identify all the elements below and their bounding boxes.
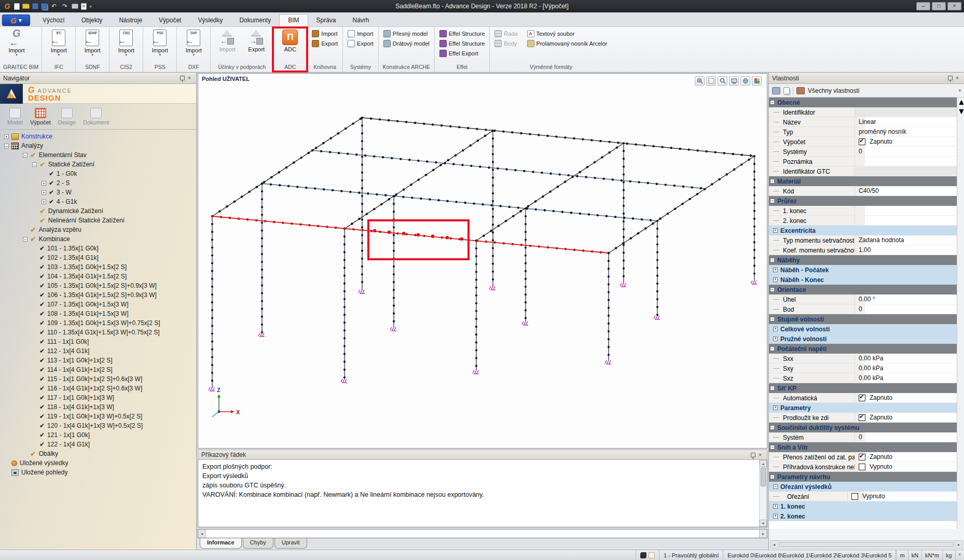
pss-import-button[interactable]: PSS← Import ▾ (145, 29, 174, 57)
tree-item[interactable]: ✔ 109 - 1.35x[1 G0k]+1.5x[3 W]+0.75x[2 S… (0, 318, 196, 328)
tree-item[interactable]: ✔ Statické Zatížení (0, 160, 196, 169)
property-value[interactable] (855, 157, 957, 166)
tree-item[interactable]: ✔ 4 - G1k (0, 197, 196, 206)
tree-item[interactable]: ✔ 120 - 1x[4 G1k]+1x[3 W]+0.5x[2 S] (0, 421, 196, 430)
zoom-icon[interactable] (718, 76, 727, 86)
ribbon-tab[interactable]: Výchozí (34, 15, 73, 26)
property-value[interactable] (824, 275, 957, 285)
tree-item[interactable]: ✔ 114 - 1x[4 G1k]+1x[2 S] (0, 365, 196, 374)
adc-button[interactable]: Π ADC (276, 29, 305, 52)
property-row[interactable]: Sxz 0.00 kPa (769, 373, 957, 383)
check-icon[interactable]: ✔ (39, 245, 45, 251)
tree-item[interactable]: ✔ 112 - 1x[4 G1k] (0, 346, 196, 356)
expand-icon[interactable] (773, 228, 778, 233)
checkbox-icon[interactable] (859, 414, 865, 421)
property-value[interactable] (830, 472, 957, 482)
property-value[interactable]: 1.00 (855, 245, 957, 255)
property-row[interactable]: 2. konec (769, 511, 957, 521)
property-row[interactable]: Síť KP (769, 383, 957, 393)
property-value[interactable] (808, 442, 957, 452)
application-menu-button[interactable]: G ▾ (2, 15, 30, 26)
property-value[interactable] (800, 255, 957, 265)
property-value[interactable]: Zapnuto (855, 413, 957, 423)
tree-item[interactable]: ✔ 105 - 1.35x[1 G0k]+1.5x[2 S]+0.9x[3 W] (0, 281, 196, 290)
property-row[interactable]: Ořezání výsledků (769, 482, 957, 492)
ribbon-tab[interactable]: Nástroje (111, 15, 150, 26)
scroll-up-icon[interactable]: ▲ (957, 97, 964, 107)
navigator-mode-button[interactable]: Model (7, 108, 23, 125)
scroll-down-icon[interactable]: ▼ (760, 520, 767, 527)
ribbon-tab[interactable]: Výpočet (150, 15, 189, 26)
checkbox-icon[interactable] (859, 395, 865, 401)
property-value[interactable] (855, 166, 957, 176)
ifc-import-button[interactable]: IFC← Import ▾ (44, 29, 73, 57)
property-row[interactable]: Ořezání Vypnuto (769, 492, 957, 501)
property-value[interactable] (827, 344, 957, 354)
property-value[interactable]: Zapnuto (855, 452, 957, 462)
tree-item[interactable]: ✔ 102 - 1.35x[4 G1k] (0, 253, 196, 262)
property-value[interactable]: 0.00 kPa (855, 363, 957, 373)
property-row[interactable]: Identifikátor GTC (769, 166, 957, 176)
property-row[interactable]: Pružné volnosti (769, 334, 957, 344)
redo-icon[interactable]: ↷ (61, 2, 69, 10)
navigator-mode-button[interactable]: Design (58, 108, 76, 125)
scroll-thumb[interactable] (761, 468, 766, 486)
property-value[interactable]: 0.00 kPa (855, 354, 957, 363)
check-icon[interactable]: ✔ (39, 311, 45, 317)
expand-icon[interactable] (770, 346, 775, 351)
tree-item[interactable]: ✔ 101 - 1.35x[1 G0k] (0, 244, 196, 253)
expand-icon[interactable] (773, 405, 778, 410)
property-row[interactable]: Počáteční napětí (769, 344, 957, 354)
tree-item[interactable]: ✔ 110 - 1.35x[4 G1k]+1.5x[3 W]+0.75x[2 S… (0, 328, 196, 337)
check-icon[interactable]: ✔ (39, 208, 46, 214)
scroll-up-icon[interactable]: ▲ (760, 460, 767, 467)
tree-item[interactable]: ✔ 111 - 1x[1 G0k] (0, 337, 196, 346)
pin-icon[interactable] (749, 451, 756, 458)
property-row[interactable]: Náběh - Konec (769, 275, 957, 285)
property-value[interactable]: Zadaná hodnota (855, 235, 957, 245)
property-value[interactable]: Vypnuto (855, 462, 957, 472)
cis2-import-button[interactable]: CIS2← Import ▾ (112, 29, 141, 57)
tree-item[interactable]: ✔ 116 - 1x[4 G1k]+1x[2 S]+0.6x[3 W] (0, 384, 196, 393)
property-value[interactable]: 0 (855, 304, 957, 314)
scroll-left-icon[interactable]: ◄ (770, 541, 778, 548)
expand-icon[interactable] (770, 386, 775, 390)
ribbon-tab[interactable]: Výsledky (189, 15, 231, 26)
check-icon[interactable]: ✔ (39, 357, 45, 363)
scroll-down-icon[interactable]: ▼ (957, 107, 964, 116)
tree-item[interactable]: ✔ 107 - 1.35x[1 G0k]+1.5x[3 W] (0, 300, 196, 309)
body-button[interactable]: Body (492, 38, 520, 48)
properties-filter-select[interactable]: Všechny vlastnosti (808, 87, 956, 94)
tree-item[interactable]: ✔ 118 - 1x[4 G1k]+1x[3 W] (0, 402, 196, 412)
property-value[interactable] (796, 383, 957, 393)
unit-label[interactable]: m (896, 550, 907, 560)
property-row[interactable]: 1. konec (769, 501, 957, 511)
maximize-button[interactable]: □ (932, 2, 946, 10)
fit-view-icon[interactable] (729, 76, 739, 86)
expand-icon[interactable] (4, 144, 9, 148)
dxf-import-button[interactable]: DXF← Import ▾ (179, 29, 208, 57)
supports-export-button[interactable]: → Export (242, 29, 271, 52)
property-value[interactable]: Vypnuto (847, 492, 957, 501)
tree-item[interactable]: ✔ 115 - 1x[1 G0k]+1x[2 S]+0.6x[3 W] (0, 374, 196, 384)
check-icon[interactable]: ✔ (30, 152, 36, 158)
checkbox-icon[interactable] (859, 454, 865, 460)
tree-item[interactable]: ✔ 121 - 1x[1 G0k] (0, 430, 196, 440)
check-icon[interactable]: ✔ (39, 339, 45, 345)
check-icon[interactable]: ✔ (39, 423, 45, 429)
property-value[interactable] (805, 511, 957, 521)
ribbon-tab[interactable]: Dokumenty (231, 15, 279, 26)
command-tab[interactable]: Informace (200, 538, 242, 549)
sdnf-import-button[interactable]: SDNF← Import ▾ (78, 29, 107, 57)
qat-dropdown-icon[interactable]: ▾ (89, 4, 92, 9)
check-icon[interactable]: ✔ (30, 227, 36, 233)
property-value[interactable]: Linear (855, 117, 957, 127)
tree-item[interactable]: ✔ Obálky (0, 449, 196, 458)
property-row[interactable]: Koef. momentu setrvačnost... 1.00 (769, 245, 957, 255)
tree-item[interactable]: ✔ Uložené výsledky (0, 458, 196, 468)
property-row[interactable]: Obecné (769, 97, 957, 107)
command-scrollbar[interactable]: ▲ ▼ (759, 460, 767, 527)
filter-dropdown-icon[interactable]: ▾ (959, 88, 961, 93)
pin-icon[interactable] (946, 75, 954, 82)
tree-item[interactable]: ✔ 3 - W (0, 188, 196, 197)
